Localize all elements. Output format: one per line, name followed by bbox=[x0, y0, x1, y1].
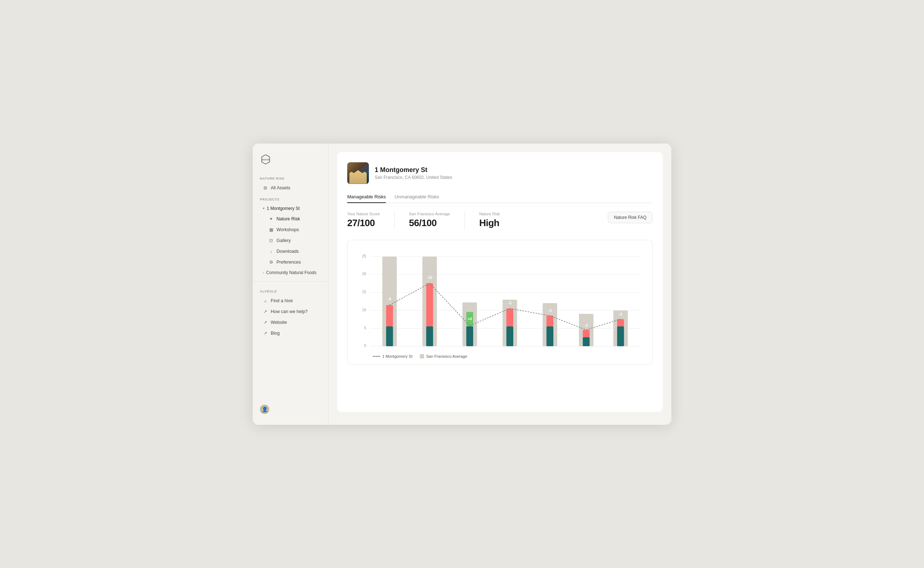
projects-section-label: PROJECTS bbox=[253, 193, 328, 203]
svg-text:-2: -2 bbox=[584, 323, 588, 328]
sidebar-footer: 👤 bbox=[253, 401, 328, 418]
sidebar-item-help[interactable]: ↗ How can we help? bbox=[256, 307, 325, 317]
asset-name: 1 Montgomery St bbox=[375, 166, 452, 174]
chart-legend: 1 Montgomery St San Fransisco Average bbox=[355, 354, 645, 358]
asset-info: 1 Montgomery St San Francisco, CA 60602,… bbox=[375, 166, 452, 180]
base-bar-waste bbox=[506, 326, 513, 346]
neg-bar-ghg bbox=[547, 316, 553, 326]
neg-bar-ecosyst bbox=[426, 283, 433, 326]
score-separator-1 bbox=[394, 212, 394, 230]
blog-icon: ↗ bbox=[263, 331, 268, 336]
chevron-down-icon: ▾ bbox=[263, 206, 265, 210]
website-label: Website bbox=[271, 320, 287, 325]
building-graphic bbox=[347, 169, 369, 184]
sidebar-item-downloads[interactable]: ↓ Downloads bbox=[256, 246, 325, 257]
sidebar-item-find-hive[interactable]: ⌕ Find a hive bbox=[256, 296, 325, 306]
main-content: 1 Montgomery St San Francisco, CA 60602,… bbox=[329, 144, 671, 425]
content-card: 1 Montgomery St San Francisco, CA 60602,… bbox=[337, 152, 663, 412]
project-community-natural-foods[interactable]: › Community Natural Foods bbox=[256, 268, 325, 277]
chart-area: 0 5 10 15 20 25 bbox=[355, 249, 645, 350]
svg-text:-6: -6 bbox=[388, 297, 392, 301]
legend-line-label: 1 Montgomery St bbox=[382, 354, 412, 358]
score-row: Your Nature Score 27/100 San Fransisco A… bbox=[347, 212, 653, 230]
your-score-block: Your Nature Score 27/100 bbox=[347, 212, 380, 229]
sidebar-item-workshops[interactable]: ▦ Workshops bbox=[256, 225, 325, 235]
project-1-montgomery[interactable]: ▾ 1 Montgomery St bbox=[256, 204, 325, 213]
svg-text:-5: -5 bbox=[508, 301, 512, 305]
legend-item-avg: San Fransisco Average bbox=[420, 354, 467, 358]
preferences-label: Preferences bbox=[276, 260, 301, 265]
neg-bar-land-use bbox=[386, 305, 393, 326]
tab-manageable-risks[interactable]: Manageable Risks bbox=[347, 191, 386, 203]
svg-text:+4: +4 bbox=[467, 317, 472, 321]
legend-bar-icon bbox=[420, 354, 424, 358]
asset-image bbox=[347, 162, 369, 184]
gallery-label: Gallery bbox=[276, 238, 291, 243]
base-bar-nonghg bbox=[617, 326, 624, 346]
svg-text:15: 15 bbox=[362, 290, 367, 294]
blog-label: Blog bbox=[271, 331, 280, 336]
avg-score-value: 56/100 bbox=[409, 218, 450, 229]
base-bar-ghg bbox=[547, 326, 553, 346]
base-bar-soil bbox=[583, 337, 590, 346]
sidebar-item-website[interactable]: ↗ Website bbox=[256, 317, 325, 328]
tab-unmanageable-risks[interactable]: Unmanageable Risks bbox=[394, 191, 439, 203]
base-bar-plastic bbox=[467, 326, 473, 346]
avatar[interactable]: 👤 bbox=[260, 405, 269, 414]
svg-text:0: 0 bbox=[364, 343, 367, 347]
svg-text:-3: -3 bbox=[548, 308, 552, 312]
all-assets-label: All Assets bbox=[271, 185, 290, 190]
settings-icon: ⚙ bbox=[268, 260, 274, 265]
svg-text:alvéole: alvéole bbox=[262, 158, 270, 161]
download-icon: ↓ bbox=[268, 249, 274, 254]
neg-bar-soil bbox=[583, 329, 590, 337]
project-2-label: Community Natural Foods bbox=[266, 270, 316, 275]
app-container: alvéole NATURE RISK ⊞ All Assets PROJECT… bbox=[253, 144, 671, 425]
nature-risk-label: Nature Risk bbox=[276, 216, 300, 221]
find-hive-label: Find a hive bbox=[271, 298, 293, 303]
gallery-icon: ⊡ bbox=[268, 238, 274, 243]
logo: alvéole bbox=[253, 151, 328, 172]
project-1-label: 1 Montgomery St bbox=[267, 206, 300, 211]
nature-risk-section-label: NATURE RISK bbox=[253, 172, 328, 183]
neg-bar-nonghg bbox=[617, 319, 624, 326]
your-score-value: 27/100 bbox=[347, 218, 380, 229]
chart-container: 0 5 10 15 20 25 bbox=[347, 240, 653, 365]
workshops-label: Workshops bbox=[276, 227, 299, 232]
sidebar-item-blog[interactable]: ↗ Blog bbox=[256, 328, 325, 338]
alveole-section-label: ALVÉOLE bbox=[253, 285, 328, 295]
legend-item-score: 1 Montgomery St bbox=[373, 354, 412, 358]
neg-bar-waste bbox=[506, 308, 513, 326]
logo-icon: alvéole bbox=[260, 154, 271, 165]
chart-svg: 0 5 10 15 20 25 bbox=[355, 249, 645, 350]
sidebar-item-gallery[interactable]: ⊡ Gallery bbox=[256, 236, 325, 246]
grid-icon: ⊞ bbox=[263, 185, 268, 190]
leaf-icon: ✦ bbox=[268, 216, 274, 221]
chevron-right-icon: › bbox=[263, 270, 264, 275]
faq-button[interactable]: Nature Risk FAQ bbox=[608, 212, 653, 223]
sidebar-item-all-assets[interactable]: ⊞ All Assets bbox=[256, 183, 325, 193]
risk-value: High bbox=[479, 218, 500, 229]
svg-text:10: 10 bbox=[362, 307, 367, 311]
sidebar-item-nature-risk[interactable]: ✦ Nature Risk bbox=[256, 214, 325, 224]
svg-text:20: 20 bbox=[362, 272, 367, 276]
tabs: Manageable Risks Unmanageable Risks bbox=[347, 191, 653, 203]
workshops-icon: ▦ bbox=[268, 227, 274, 232]
base-bar-ecosyst bbox=[426, 326, 433, 346]
svg-text:-2: -2 bbox=[619, 312, 623, 316]
downloads-label: Downloads bbox=[276, 249, 299, 254]
sidebar-divider bbox=[253, 281, 328, 282]
risk-block: Nature Risk High bbox=[479, 212, 500, 229]
your-score-label: Your Nature Score bbox=[347, 212, 380, 216]
avg-score-label: San Fransisco Average bbox=[409, 212, 450, 216]
asset-address: San Francisco, CA 60602, United States bbox=[375, 175, 452, 180]
svg-text:5: 5 bbox=[364, 325, 367, 329]
avg-score-block: San Fransisco Average 56/100 bbox=[409, 212, 450, 229]
score-separator-2 bbox=[465, 212, 465, 230]
svg-text:25: 25 bbox=[362, 254, 367, 258]
legend-bar-label: San Fransisco Average bbox=[426, 354, 467, 358]
svg-text:-12: -12 bbox=[427, 275, 432, 279]
help-label: How can we help? bbox=[271, 309, 307, 314]
sidebar-item-preferences[interactable]: ⚙ Preferences bbox=[256, 257, 325, 267]
base-bar-land-use bbox=[386, 326, 393, 346]
